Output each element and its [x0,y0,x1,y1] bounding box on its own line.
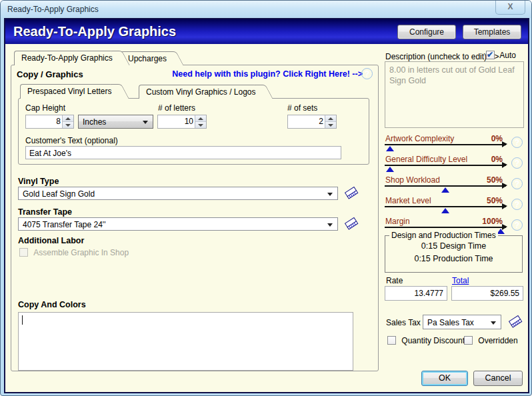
spin-down-icon [63,122,73,128]
ok-button[interactable]: OK [421,371,468,386]
slider-track[interactable] [385,185,506,187]
spin-down-icon [195,122,206,128]
slider-percent: 50% [487,196,503,205]
letters-label: # of letters [158,103,195,113]
pricing-panel: Description (uncheck to edit) --> Auto 8… [385,19,524,388]
spin-up-icon [63,115,73,122]
quantity-discount-checkbox[interactable] [387,336,396,345]
slider-percent: 0% [491,134,503,143]
sets-label: # of sets [287,103,317,113]
slider-percent: 0% [491,155,503,164]
rate-input[interactable]: 13.4777 [385,286,447,301]
times-legend: Design and Production Times [389,231,498,240]
customer-text-label: Customer's Text (optional) [25,136,118,145]
page-title: Ready-To-Apply Graphics [5,24,176,39]
help-icon[interactable]: ? [511,157,523,169]
slider-thumb[interactable] [386,167,394,172]
spin-up-icon [325,115,336,122]
auto-checkbox[interactable] [486,51,495,59]
slider-percent: 100% [482,217,503,226]
production-time: 0:15 Production Time [385,254,522,263]
additional-labor-label: Additional Labor [18,236,84,245]
prespaced-panel: Cap Height # of letters # of sets 8 Inch… [18,98,369,165]
vinyl-type-select[interactable]: Gold Leaf Sign Gold [18,187,338,200]
help-icon[interactable]: ? [511,137,523,148]
subtab-custom-vinyl-graphics[interactable]: Custom Vinyl Graphics / Logos [139,85,263,99]
chevron-down-icon [491,321,496,325]
chevron-down-icon [143,121,148,124]
cap-height-stepper[interactable]: 8 [25,115,74,129]
vinyl-type-label: Vinyl Type [18,177,59,186]
copy-colors-textarea[interactable] [18,312,353,371]
description-label: Description (uncheck to edit) --> [385,52,499,61]
total-link[interactable]: Total [452,276,469,285]
slider-label: Margin [385,217,410,226]
slider-label: Shop Workload [385,175,440,185]
sets-stepper[interactable]: 2 [287,115,337,129]
sales-tax-select[interactable]: Pa Sales Tax [423,315,501,329]
dialog-client: Ready-To-Apply Graphics Configure Templa… [4,18,529,393]
slider-market-level: Market Level50%? [385,196,524,217]
slider-thumb[interactable] [441,187,449,193]
overridden-option[interactable]: Overridden [464,336,518,345]
help-icon[interactable]: ? [361,68,373,79]
text-caret [22,315,23,325]
assemble-graphic-option: Assemble Graphic In Shop [19,248,129,257]
overridden-checkbox[interactable] [464,336,473,345]
slider-track[interactable] [385,227,506,228]
plugin-help-link[interactable]: Need help with this plugin? Click Right … [172,69,363,79]
slider-general-difficulty-level: General Difficulty Level0%? [385,155,524,175]
cap-height-label: Cap Height [25,103,65,113]
slider-artwork-complexity: Artwork Complexity0%? [385,134,524,155]
times-groupbox: Design and Production Times 0:15 Design … [385,235,523,273]
slider-thumb[interactable] [497,229,505,234]
eraser-icon[interactable] [507,315,523,328]
auto-option[interactable]: Auto [486,51,516,60]
copy-graphics-heading: Copy / Graphics [17,69,83,79]
sales-tax-label: Sales Tax [386,318,421,327]
subtab-prespaced-vinyl-letters[interactable]: Prespaced Vinyl Letters [20,84,119,99]
rate-label: Rate [386,276,403,285]
title-bar[interactable]: Ready-To-Apply Graphics X [1,1,531,18]
tab-ready-to-apply-graphics[interactable]: Ready-To-Apply Graphics [14,51,119,65]
auto-label: Auto [499,51,516,60]
help-icon[interactable]: ? [511,219,523,231]
chevron-down-icon [327,193,333,196]
slider-label: General Difficulty Level [385,155,467,164]
quantity-discount-option[interactable]: Quantity Discount [387,336,465,345]
slider-track[interactable] [385,206,506,207]
design-time: 0:15 Design Time [385,241,522,251]
transfer-tape-select[interactable]: 4075 Transfer Tape 24'' [18,217,338,231]
eraser-icon[interactable] [343,186,359,199]
chevron-down-icon [327,223,333,227]
customer-text-input[interactable]: Eat At Joe's [25,146,341,159]
eraser-icon[interactable] [343,217,359,230]
help-icon[interactable]: ? [511,199,523,210]
description-textarea[interactable]: 8.00 in letters cut out of Gold Leaf Sig… [385,61,524,128]
assemble-graphic-checkbox [19,248,28,257]
copy-colors-label: Copy And Colors [18,300,86,309]
transfer-tape-label: Transfer Tape [18,207,72,217]
spin-up-icon [195,115,206,122]
cap-height-unit-select[interactable]: Inches [78,115,153,129]
close-icon: X [507,2,513,11]
slider-track[interactable] [385,165,506,166]
slider-shop-workload: Shop Workload50%? [385,175,524,196]
help-icon[interactable]: ? [511,178,523,189]
slider-thumb[interactable] [386,146,394,151]
total-input[interactable]: $269.55 [451,286,523,301]
slider-percent: 50% [487,175,503,185]
cancel-button[interactable]: Cancel [473,371,523,386]
letters-stepper[interactable]: 10 [157,115,207,129]
slider-thumb[interactable] [441,208,449,213]
close-button[interactable]: X [495,1,525,15]
spin-down-icon [325,122,336,128]
slider-track[interactable] [385,144,506,145]
window-title: Ready-To-Apply Graphics [7,5,99,14]
dialog-window: Ready-To-Apply Graphics X Ready-To-Apply… [0,0,532,396]
slider-label: Market Level [385,196,431,205]
slider-label: Artwork Complexity [385,134,454,143]
